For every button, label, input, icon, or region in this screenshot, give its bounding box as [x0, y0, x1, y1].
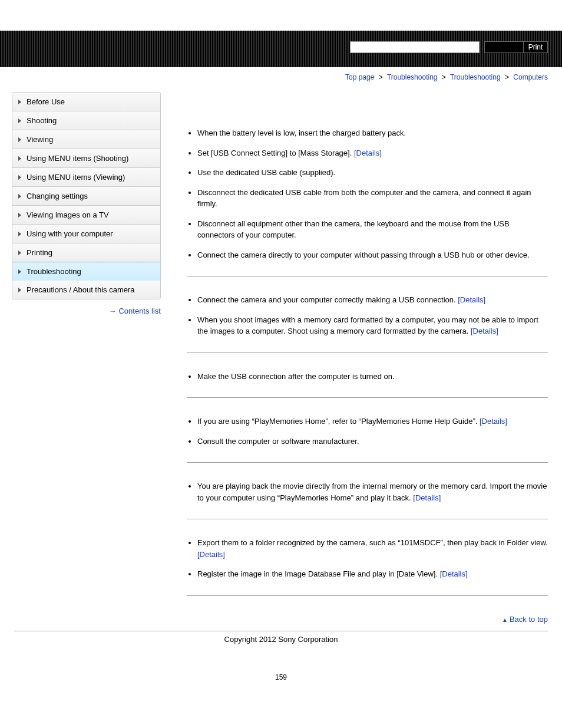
breadcrumb: Top page > Troubleshooting > Troubleshoo… — [0, 67, 562, 92]
list-item: Set [USB Connect Setting] to [Mass Stora… — [197, 147, 548, 159]
section: You are playing back the movie directly … — [187, 463, 548, 519]
details-link[interactable]: [Details] — [471, 327, 498, 335]
sidebar-item[interactable]: Changing settings — [12, 187, 160, 206]
details-link[interactable]: [Details] — [480, 417, 507, 426]
sidebar-item[interactable]: Precautions / About this camera — [12, 281, 160, 299]
back-to-top-link[interactable]: Back to top — [510, 615, 548, 624]
main-content: When the battery level is low, insert th… — [161, 92, 548, 596]
section: If you are using “PlayMemories Home”, re… — [187, 398, 548, 463]
list-item: Disconnect all equipment other than the … — [197, 218, 548, 241]
list-item: When you shoot images with a memory card… — [197, 314, 548, 337]
details-link[interactable]: [Details] — [197, 550, 225, 559]
triangle-up-icon: ▲ — [502, 617, 508, 623]
list-item: Make the USB connection after the comput… — [197, 371, 548, 383]
list-item: Consult the computer or software manufac… — [197, 436, 548, 447]
breadcrumb-sep: > — [505, 73, 509, 81]
section: Export them to a folder recognized by th… — [187, 519, 548, 596]
sidebar-item[interactable]: Shooting — [12, 111, 160, 130]
sidebar-item[interactable]: Using MENU items (Shooting) — [12, 149, 160, 168]
section: When the battery level is low, insert th… — [187, 92, 548, 276]
contents-list-wrap: →Contents list — [12, 307, 161, 315]
details-link[interactable]: [Details] — [458, 295, 485, 304]
details-link[interactable]: [Details] — [354, 149, 382, 157]
arrow-right-icon: → — [108, 307, 116, 315]
section: Connect the camera and your computer cor… — [187, 276, 548, 353]
sidebar-item[interactable]: Troubleshooting — [12, 262, 161, 281]
list-item: If you are using “PlayMemories Home”, re… — [197, 416, 548, 427]
sidebar-item[interactable]: Before Use — [12, 93, 160, 111]
search-input[interactable] — [350, 41, 480, 53]
sidebar: Before UseShootingViewingUsing MENU item… — [12, 92, 161, 596]
contents-list-link[interactable]: Contents list — [118, 307, 161, 315]
sidebar-item[interactable]: Printing — [12, 243, 160, 262]
sidebar-item[interactable]: Using MENU items (Viewing) — [12, 168, 160, 187]
breadcrumb-link[interactable]: Top page — [345, 73, 374, 81]
sidebar-item[interactable]: Viewing — [12, 130, 160, 149]
list-item: Register the image in the Image Database… — [197, 568, 548, 580]
breadcrumb-sep: > — [442, 73, 446, 81]
list-item: You are playing back the movie directly … — [197, 480, 548, 503]
print-button[interactable]: Print — [523, 41, 548, 53]
section: Make the USB connection after the comput… — [187, 353, 548, 398]
nav-menu: Before UseShootingViewingUsing MENU item… — [12, 92, 161, 299]
list-item: Connect the camera and your computer cor… — [197, 294, 548, 306]
breadcrumb-sep: > — [379, 73, 383, 81]
breadcrumb-link[interactable]: Computers — [513, 73, 548, 81]
search-button[interactable] — [484, 41, 524, 53]
list-item: Use the dedicated USB cable (supplied). — [197, 167, 548, 179]
header-band: Print — [0, 31, 562, 67]
breadcrumb-link[interactable]: Troubleshooting — [450, 73, 501, 81]
details-link[interactable]: [Details] — [440, 569, 468, 578]
sidebar-item[interactable]: Viewing images on a TV — [12, 206, 160, 225]
details-link[interactable]: [Details] — [413, 493, 441, 502]
breadcrumb-link[interactable]: Troubleshooting — [387, 73, 438, 81]
sidebar-item[interactable]: Using with your computer — [12, 225, 160, 243]
list-item: Connect the camera directly to your comp… — [197, 249, 548, 261]
list-item: Export them to a folder recognized by th… — [197, 537, 548, 560]
page-number: 159 — [0, 655, 562, 699]
list-item: Disconnect the dedicated USB cable from … — [197, 187, 548, 210]
list-item: When the battery level is low, insert th… — [197, 127, 548, 139]
copyright: Copyright 2012 Sony Corporation — [14, 631, 548, 655]
